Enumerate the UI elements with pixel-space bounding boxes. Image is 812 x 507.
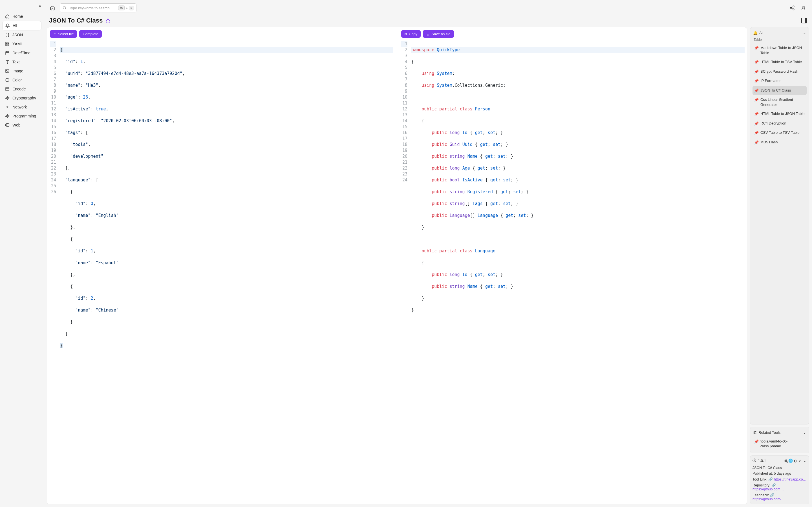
pin-icon: 📌 (754, 60, 759, 65)
github-icon[interactable]: ◐ (793, 459, 797, 463)
tool-link[interactable]: https://t.he3app.co… (774, 477, 806, 482)
gutter: 1 2 3 4 5 6 7 8 9 10 11 12 13 (398, 41, 409, 504)
sidebar-item-programming[interactable]: Programming (2, 112, 42, 121)
download-icon: ⭳ (426, 32, 430, 36)
list-item[interactable]: 📌HTML Table to JSON Table (753, 109, 807, 119)
output-editor: ⧉ Copy ⭳ Save as file 1 2 3 (398, 27, 747, 504)
related-tools-panel: 🛠 Related Tools ⌄ 📌tools.yaml-to-c0-clas… (750, 427, 809, 453)
sidebar-item-cryptography[interactable]: Cryptography (2, 94, 42, 103)
about-icons: 🔌 🌐 ◐ ✔ ⌄ (783, 459, 807, 463)
code-area[interactable]: { "id": 1, "uuid": "3d877494-e7d4-48e3-a… (58, 41, 396, 504)
sidebar-item-label: YAML (12, 42, 23, 46)
copy-icon: ⧉ (405, 32, 407, 36)
select-file-button[interactable]: ⇪ Select file (50, 30, 77, 38)
code-area[interactable]: namespace QuickType { using System; usin… (409, 41, 747, 504)
sidebar-item-label: Text (12, 60, 20, 64)
svg-marker-15 (6, 96, 9, 100)
button-label: Complete (83, 32, 98, 36)
repo-link[interactable]: https://github.com… (753, 487, 784, 491)
pin-icon: 📌 (754, 98, 759, 103)
about-panel: ⓘ 1.0.1 🔌 🌐 ◐ ✔ ⌄ JSON To C# Class (750, 455, 809, 504)
braces-icon (5, 33, 10, 37)
sidebar-item-label: Color (12, 78, 22, 82)
list-item[interactable]: 📌BCrypt Password Hash (753, 67, 807, 76)
sidebar-item-json[interactable]: JSON (2, 31, 42, 40)
list-item[interactable]: 📌IP Formatter (753, 76, 807, 86)
plug-icon[interactable]: 🔌 (783, 459, 788, 463)
meta-published: Published at: 5 days ago (753, 471, 807, 475)
list-item[interactable]: 📌CSV Table to TSV Table (753, 128, 807, 137)
wifi-icon (5, 105, 10, 109)
sidebar-item-label: Cryptography (12, 96, 36, 100)
share-button[interactable] (788, 4, 796, 12)
upload-icon: ⇪ (53, 32, 56, 36)
page-title: JSON To C# Class (49, 17, 103, 24)
sidebar-nav: Home All JSON YAML (0, 10, 44, 132)
sidebar-item-home[interactable]: Home (2, 12, 42, 21)
csharp-editor[interactable]: 1 2 3 4 5 6 7 8 9 10 11 12 13 (398, 41, 747, 504)
list-item[interactable]: 📌RC4 Decryption (753, 119, 807, 128)
panel-toggle-icon[interactable] (801, 18, 807, 23)
list-item[interactable]: 📌tools.yaml-to-c0-class.$name (753, 437, 807, 451)
home-icon (5, 14, 10, 18)
search-wrap: ⌘+K (60, 3, 137, 12)
sidebar-item-yaml[interactable]: YAML (2, 40, 42, 48)
text-icon (5, 60, 10, 64)
svg-rect-3 (8, 44, 9, 46)
sidebar: « Home All JSON (0, 0, 44, 507)
sidebar-item-image[interactable]: Image (2, 66, 42, 75)
sidebar-item-color[interactable]: Color (2, 75, 42, 84)
list-item[interactable]: 📌Css Linear Gradient Generator (753, 95, 807, 109)
image-icon (5, 69, 10, 73)
svg-point-22 (793, 6, 794, 7)
sidebar-item-encode[interactable]: Encode (2, 84, 42, 94)
chevron-down-icon[interactable]: ⌄ (803, 431, 806, 435)
tools-icon: 🛠 (753, 431, 757, 435)
list-item[interactable]: 📌Markdown Table to JSON Table (753, 43, 807, 57)
svg-line-21 (65, 9, 66, 10)
home-button[interactable] (49, 4, 56, 12)
chevron-down-icon[interactable]: ⌄ (803, 459, 807, 463)
list-item[interactable]: 📌HTML Table to TSV Table (753, 57, 807, 67)
sidebar-item-label: Network (12, 105, 27, 109)
save-as-file-button[interactable]: ⭳ Save as file (423, 30, 454, 38)
check-icon[interactable]: ✔ (798, 459, 802, 463)
globe-icon[interactable]: 🌐 (788, 459, 792, 463)
copy-button[interactable]: ⧉ Copy (401, 30, 421, 38)
zap-icon (5, 96, 10, 100)
sidebar-collapse-icon[interactable]: « (39, 3, 42, 8)
button-label: Copy (409, 32, 417, 36)
panel-title: All (759, 31, 763, 35)
calendar-icon (5, 51, 10, 55)
splitter[interactable] (396, 27, 398, 504)
svg-point-20 (63, 6, 66, 9)
list-item[interactable]: 📌JSON To C# Class (753, 86, 807, 95)
pin-icon: 📌 (754, 88, 759, 93)
pin-icon: 📌 (754, 130, 759, 135)
complete-button[interactable]: Complete (79, 30, 102, 38)
meta-name: JSON To C# Class (753, 466, 807, 470)
bell-icon: 🔔 (753, 31, 758, 35)
sidebar-item-network[interactable]: Network (2, 103, 42, 112)
svg-point-11 (6, 70, 7, 71)
sidebar-item-datetime[interactable]: Date/Time (2, 48, 42, 57)
user-button[interactable] (800, 4, 808, 12)
sidebar-item-label: Image (12, 69, 23, 73)
svg-line-25 (792, 7, 793, 8)
feedback-link[interactable]: https://github.com/… (753, 497, 785, 501)
color-icon (5, 78, 10, 82)
sidebar-item-label: Home (12, 14, 23, 18)
sidebar-item-label: Web (12, 123, 20, 127)
pin-icon: 📌 (754, 140, 759, 145)
input-editor: ⇪ Select file Complete 1 2 3 4 (47, 27, 396, 504)
svg-point-24 (793, 9, 794, 10)
sidebar-item-all[interactable]: All (2, 21, 42, 31)
topbar: ⌘+K (44, 0, 812, 16)
list-item[interactable]: 📌MD5 Hash (753, 138, 807, 147)
favorite-star-icon[interactable] (105, 18, 110, 23)
sidebar-item-web[interactable]: Web (2, 121, 42, 129)
json-editor[interactable]: 1 2 3 4 5 6 7 8 9 10 11 12 13 (47, 41, 396, 504)
pin-icon: 📌 (754, 69, 759, 74)
sidebar-item-text[interactable]: Text (2, 57, 42, 66)
chevron-down-icon[interactable]: ⌄ (803, 31, 806, 35)
